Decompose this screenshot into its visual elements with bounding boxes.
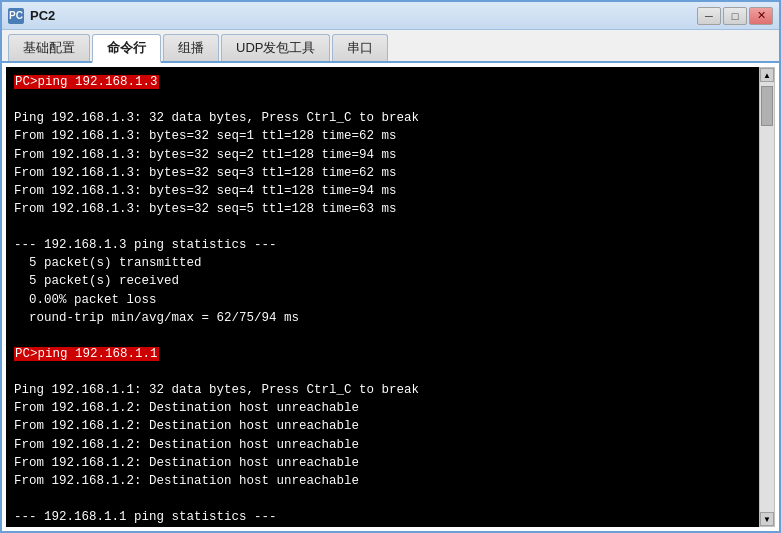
maximize-button[interactable]: □: [723, 7, 747, 25]
tab-multicast[interactable]: 组播: [163, 34, 219, 61]
content-area: PC>ping 192.168.1.3 Ping 192.168.1.3: 32…: [2, 63, 779, 531]
scroll-thumb[interactable]: [761, 86, 773, 126]
tab-serial[interactable]: 串口: [332, 34, 388, 61]
scroll-track: [760, 82, 774, 512]
tab-udp-tool[interactable]: UDP发包工具: [221, 34, 330, 61]
tabs-bar: 基础配置 命令行 组播 UDP发包工具 串口: [2, 30, 779, 63]
scroll-down-arrow[interactable]: ▼: [760, 512, 774, 526]
window-title: PC2: [30, 8, 55, 23]
window-icon: PC: [8, 8, 24, 24]
close-button[interactable]: ✕: [749, 7, 773, 25]
scrollbar[interactable]: ▲ ▼: [759, 67, 775, 527]
scroll-up-arrow[interactable]: ▲: [760, 68, 774, 82]
title-controls: ─ □ ✕: [697, 7, 773, 25]
terminal-output[interactable]: PC>ping 192.168.1.3 Ping 192.168.1.3: 32…: [6, 67, 759, 527]
tab-basic-config[interactable]: 基础配置: [8, 34, 90, 61]
main-window: PC PC2 ─ □ ✕ 基础配置 命令行 组播 UDP发包工具 串口 PC>p…: [0, 0, 781, 533]
minimize-button[interactable]: ─: [697, 7, 721, 25]
title-bar: PC PC2 ─ □ ✕: [2, 2, 779, 30]
title-left: PC PC2: [8, 8, 55, 24]
tab-command-line[interactable]: 命令行: [92, 34, 161, 63]
